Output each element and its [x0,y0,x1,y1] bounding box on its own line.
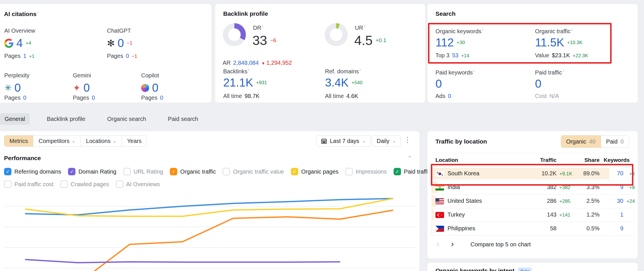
checkbox-icon: ✓ [4,168,11,175]
table-row-united-states[interactable]: United States 286 +285 2.5% 30 +24 [427,194,638,208]
granularity-dropdown[interactable]: Daily ⌄ [372,135,401,147]
prev-page-button[interactable]: ‹ [437,239,439,248]
seo-dashboard: { "ui": { "info": "i", "chevron_down": "… [0,0,644,271]
info-icon[interactable]: i [248,68,249,72]
tab-paid-search[interactable]: Paid search [163,113,203,125]
column-header-location[interactable]: Location [435,157,458,163]
paid-keywords-label: Paid keywordsi [435,69,474,76]
gemini-pages: Pages 0 [73,95,95,101]
perplexity-value-row: ✳ 0 [4,81,21,94]
info-icon[interactable]: i [262,24,263,28]
share-bar [431,223,432,234]
copilot-icon [141,84,149,92]
gemini-value[interactable]: 0 [83,81,90,94]
tab-general[interactable]: General [0,113,30,125]
toggle-organic[interactable]: Organic 40 [561,136,601,148]
checkbox-domain-rating[interactable]: ✓ Domain Rating [68,168,116,175]
checkbox-organic-traffic-value[interactable]: Organic traffic value [223,168,284,175]
competitors-dropdown[interactable]: Competitors ⌄ [33,136,81,146]
checkbox-icon [223,168,230,175]
paid-keywords-value-row: 0 [435,77,442,90]
performance-line-chart[interactable] [0,193,419,271]
paid-traffic-value[interactable]: 0 [535,77,541,90]
backlinks-label: Backlinksi [223,68,249,75]
ur-delta: +0.1 [375,37,386,44]
info-icon[interactable]: i [563,69,564,73]
gemini-label: Gemini [73,72,91,79]
paid-keywords-value[interactable]: 0 [435,77,442,90]
kebab-menu-button[interactable]: ⋮ [404,138,411,142]
chatgpt-delta: −1 [127,40,132,46]
perplexity-value[interactable]: 0 [14,81,21,94]
column-header-share[interactable]: Share [584,157,600,163]
column-header-traffic[interactable]: Traffic [540,157,557,163]
paid-traffic-subline: Cost N/A [535,93,559,99]
ai-overview-label: AI Overview [4,28,35,34]
years-button[interactable]: Years [122,136,147,146]
metric-toggles-row-2: Paid traffic cost Crawled pages AI Overv… [4,180,160,188]
ref-domains-alltime: All time 4.6K [325,93,358,99]
checkbox-impressions[interactable]: Impressions [345,168,387,175]
row-divider [431,235,633,236]
info-icon[interactable]: i [364,24,365,28]
compare-top5-button[interactable]: Compare top 5 on chart [470,241,531,248]
info-icon[interactable]: i [474,69,474,73]
search-card: Search Organic keywordsi 112 +30 Top 3 5… [427,4,638,103]
paid-keywords-subline: Ads 0 [435,93,451,99]
copilot-value[interactable]: 0 [152,81,158,94]
checkbox-icon [60,180,68,188]
checkbox-organic-pages[interactable]: ✓ Organic pages [291,168,338,175]
performance-title: Performance [4,155,41,162]
toggle-paid[interactable]: Paid 0 [601,136,629,148]
table-row-turkey[interactable]: Turkey 143 +141 1.2% 1 [427,208,638,222]
chatgpt-value[interactable]: 0 [118,37,124,50]
checkbox-referring-domains[interactable]: ✓ Referring domains [4,168,61,175]
metrics-button[interactable]: Metrics [4,136,33,146]
ai-overview-value[interactable]: 4 [16,37,23,50]
chevron-down-icon: ⌄ [72,138,75,144]
ref-domains-value[interactable]: 3.4K [325,76,349,89]
ur-donut-chart [324,22,349,47]
checkbox-icon [116,180,123,188]
table-row-philippines[interactable]: Philippines 58 0.5% 9 [427,222,638,235]
checkbox-paid-traffic[interactable]: ✓ Paid traffic [394,168,431,175]
checkbox-paid-traffic-cost[interactable]: Paid traffic cost [4,180,53,188]
chart-line-organic-pages [26,199,393,216]
tab-organic-search[interactable]: Organic search [103,113,151,125]
checkbox-icon [4,180,11,188]
backlink-profile-card: Backlink profile DRi 33 −6 AR 2,848,084 … [215,4,425,103]
checkbox-crawled-pages[interactable]: Crawled pages [60,180,109,188]
checkbox-icon [345,168,353,175]
beta-badge: Beta [518,268,532,271]
annotation-box-search [428,23,612,64]
copilot-value-row: 0 [141,81,158,94]
google-icon [4,39,13,48]
backlinks-value[interactable]: 21.1K [223,76,253,89]
row-divider [431,194,633,195]
column-header-keywords[interactable]: Keywords [604,157,630,163]
ur-label: URi [355,24,365,31]
checkbox-url-rating[interactable]: URL Rating [123,168,163,175]
ai-citations-title: AI citationsi [4,10,38,17]
annotation-box-south-korea [431,164,633,186]
date-range-dropdown[interactable]: Last 7 days ⌄ [316,135,371,147]
perplexity-pages: Pages 0 [4,95,26,101]
chevron-down-icon: ⌄ [362,138,366,144]
ur-value: 4.5 [354,33,373,48]
dr-value: 33 [252,33,267,48]
copilot-pages: Pages 0 [141,95,163,101]
collapse-chevron-up-icon[interactable]: ⌃ [407,155,412,162]
next-page-button[interactable]: › [451,239,454,248]
checkbox-organic-traffic[interactable]: ✓ Organic traffic [170,168,216,175]
info-icon[interactable]: i [37,10,38,15]
dr-label: DRi [253,24,263,31]
keywords-by-intent-title: Organic keywords by intent [435,267,514,271]
backlink-profile-title: Backlink profile [223,10,268,17]
checkbox-ai-overviews[interactable]: AI Overviews [116,180,160,188]
row-divider [431,208,633,208]
chevron-down-icon: ⌄ [392,138,396,144]
info-icon[interactable]: i [360,68,361,72]
tab-backlink-profile[interactable]: Backlink profile [42,113,90,125]
gemini-icon: ✦ [73,83,81,93]
locations-dropdown[interactable]: Locations ⌄ [81,136,122,146]
